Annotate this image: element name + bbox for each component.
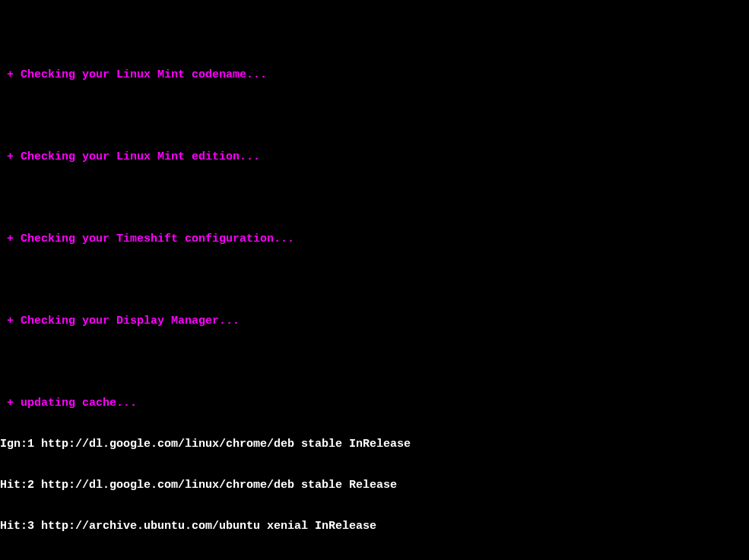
apt-line: Hit:2 http://dl.google.com/linux/chrome/… — [0, 479, 749, 492]
check-line: + Checking your Linux Mint edition... — [0, 150, 749, 164]
check-line: + updating cache... — [0, 397, 749, 410]
apt-line: Hit:3 http://archive.ubuntu.com/ubuntu x… — [0, 520, 749, 533]
terminal-output[interactable]: + Checking your Linux Mint codename... +… — [0, 0, 749, 560]
check-line: + Checking your Display Manager... — [0, 315, 749, 328]
apt-line: Ign:1 http://dl.google.com/linux/chrome/… — [0, 438, 749, 451]
check-line: + Checking your Timeshift configuration.… — [0, 233, 749, 246]
check-line: + Checking your Linux Mint codename... — [0, 68, 749, 82]
